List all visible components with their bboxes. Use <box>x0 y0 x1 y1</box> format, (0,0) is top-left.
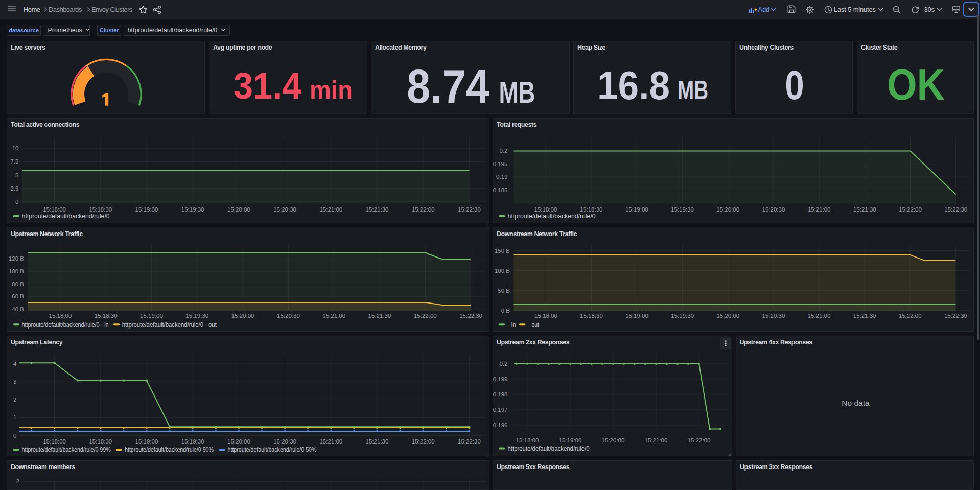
svg-text:15:21:30: 15:21:30 <box>853 206 876 213</box>
svg-text:0.2: 0.2 <box>500 148 508 154</box>
svg-text:15:18:00: 15:18:00 <box>534 313 557 319</box>
svg-text:80 B: 80 B <box>12 281 24 287</box>
svg-text:15:19:00: 15:19:00 <box>140 313 163 319</box>
svg-text:0 B: 0 B <box>501 308 510 314</box>
svg-text:10: 10 <box>12 145 19 151</box>
svg-text:15:18:30: 15:18:30 <box>89 206 112 213</box>
svg-text:15:22:00: 15:22:00 <box>899 206 922 213</box>
svg-text:1: 1 <box>13 414 16 421</box>
svg-text:15:20:30: 15:20:30 <box>273 438 296 445</box>
svg-text:0.185: 0.185 <box>493 186 508 193</box>
svg-text:15:19:00: 15:19:00 <box>135 206 158 213</box>
svg-text:OK: OK <box>887 60 945 109</box>
svg-text:15:21:00: 15:21:00 <box>319 438 342 445</box>
svg-text:15:18:30: 15:18:30 <box>95 313 118 319</box>
svg-text:15:22:00: 15:22:00 <box>414 313 437 319</box>
svg-text:httproute/default/backend/rule: httproute/default/backend/rule/0 <box>22 213 110 220</box>
svg-text:15:19:30: 15:19:30 <box>185 313 208 319</box>
svg-text:15:20:00: 15:20:00 <box>716 313 739 319</box>
svg-text:2.5: 2.5 <box>11 185 19 191</box>
svg-text:15:21:00: 15:21:00 <box>808 313 831 319</box>
svg-text:httproute/default/backend/rule: httproute/default/backend/rule/0 50% <box>228 446 317 453</box>
svg-text:3: 3 <box>13 379 16 385</box>
svg-text:15:22:30: 15:22:30 <box>944 313 967 319</box>
svg-text:15:20:30: 15:20:30 <box>277 313 300 319</box>
svg-text:MB: MB <box>678 76 708 105</box>
svg-text:15:19:00: 15:19:00 <box>135 438 158 445</box>
svg-text:7.5: 7.5 <box>11 158 19 165</box>
svg-text:8.74: 8.74 <box>407 60 489 112</box>
svg-text:httproute/default/backend/rule: httproute/default/backend/rule/0 <box>508 445 590 452</box>
svg-text:15:22:30: 15:22:30 <box>458 438 481 445</box>
svg-text:0: 0 <box>785 62 804 108</box>
svg-text:0.199: 0.199 <box>493 376 508 382</box>
svg-text:15:19:30: 15:19:30 <box>671 206 694 213</box>
svg-text:150 B: 150 B <box>495 248 510 254</box>
svg-text:4: 4 <box>13 361 17 367</box>
svg-text:15:18:30: 15:18:30 <box>580 206 603 213</box>
svg-text:15:18:30: 15:18:30 <box>89 438 112 445</box>
svg-text:httproute/default/backend/rule: httproute/default/backend/rule/0 99% <box>22 446 111 453</box>
svg-text:No data: No data <box>842 399 870 407</box>
svg-text:120 B: 120 B <box>9 256 24 262</box>
svg-text:15:22:00: 15:22:00 <box>688 437 711 444</box>
svg-text:15:22:30: 15:22:30 <box>944 206 967 213</box>
svg-text:0.197: 0.197 <box>493 407 508 413</box>
svg-text:31.4: 31.4 <box>234 65 302 106</box>
svg-text:- out: - out <box>528 321 539 329</box>
svg-text:0.196: 0.196 <box>493 422 508 428</box>
svg-text:100 B: 100 B <box>9 268 24 274</box>
svg-text:5: 5 <box>15 172 18 178</box>
svg-text:15:21:30: 15:21:30 <box>366 206 389 213</box>
svg-text:15:19:00: 15:19:00 <box>625 313 648 319</box>
svg-text:15:20:00: 15:20:00 <box>227 206 250 213</box>
svg-text:15:22:30: 15:22:30 <box>458 206 481 213</box>
svg-text:15:21:30: 15:21:30 <box>853 313 876 319</box>
svg-text:0.19: 0.19 <box>496 174 507 180</box>
svg-text:- in: - in <box>508 321 516 329</box>
svg-text:50 B: 50 B <box>498 288 510 294</box>
svg-text:15:21:00: 15:21:00 <box>319 206 342 213</box>
svg-text:0.198: 0.198 <box>493 391 508 398</box>
svg-text:0.2: 0.2 <box>500 361 508 367</box>
svg-text:15:19:30: 15:19:30 <box>181 438 204 445</box>
svg-text:15:22:00: 15:22:00 <box>412 438 435 445</box>
svg-text:15:20:00: 15:20:00 <box>227 438 250 445</box>
svg-text:15:20:00: 15:20:00 <box>231 313 254 319</box>
svg-text:httproute/default/backend/rule: httproute/default/backend/rule/0 - in <box>22 321 109 329</box>
svg-text:15:18:00: 15:18:00 <box>534 206 557 213</box>
svg-text:15:20:00: 15:20:00 <box>716 206 739 213</box>
svg-text:15:21:30: 15:21:30 <box>366 438 389 445</box>
svg-text:2: 2 <box>13 396 16 403</box>
svg-text:15:21:00: 15:21:00 <box>322 313 345 319</box>
svg-text:0.195: 0.195 <box>493 160 508 167</box>
svg-text:15:19:30: 15:19:30 <box>671 313 694 319</box>
svg-text:0: 0 <box>13 433 16 439</box>
svg-text:15:21:30: 15:21:30 <box>368 313 391 319</box>
svg-text:2: 2 <box>16 478 19 484</box>
svg-text:15:18:00: 15:18:00 <box>49 313 72 319</box>
svg-text:15:20:00: 15:20:00 <box>602 437 625 444</box>
svg-text:15:22:00: 15:22:00 <box>412 206 435 213</box>
svg-text:15:19:00: 15:19:00 <box>559 437 582 444</box>
svg-text:100 B: 100 B <box>495 268 510 274</box>
svg-text:16.8: 16.8 <box>597 63 670 108</box>
svg-text:0: 0 <box>15 198 18 204</box>
svg-text:15:21:00: 15:21:00 <box>808 206 831 213</box>
svg-text:15:18:00: 15:18:00 <box>516 437 539 444</box>
svg-text:MB: MB <box>499 75 535 109</box>
svg-text:15:18:30: 15:18:30 <box>580 313 603 319</box>
svg-text:15:19:00: 15:19:00 <box>625 206 648 213</box>
svg-text:15:19:30: 15:19:30 <box>181 206 204 213</box>
svg-text:httproute/default/backend/rule: httproute/default/backend/rule/0 90% <box>125 446 214 453</box>
svg-text:httproute/default/backend/rule: httproute/default/backend/rule/0 <box>508 213 596 220</box>
svg-text:15:18:00: 15:18:00 <box>43 438 66 445</box>
svg-text:httproute/default/backend/rule: httproute/default/backend/rule/0 - out <box>122 321 217 329</box>
svg-text:15:20:30: 15:20:30 <box>762 313 785 319</box>
svg-text:15:22:30: 15:22:30 <box>459 313 482 319</box>
svg-text:15:20:30: 15:20:30 <box>762 206 785 213</box>
svg-text:15:22:00: 15:22:00 <box>899 313 922 319</box>
svg-text:15:18:00: 15:18:00 <box>43 206 66 213</box>
svg-text:60 B: 60 B <box>12 293 24 299</box>
svg-text:15:21:00: 15:21:00 <box>645 437 668 444</box>
